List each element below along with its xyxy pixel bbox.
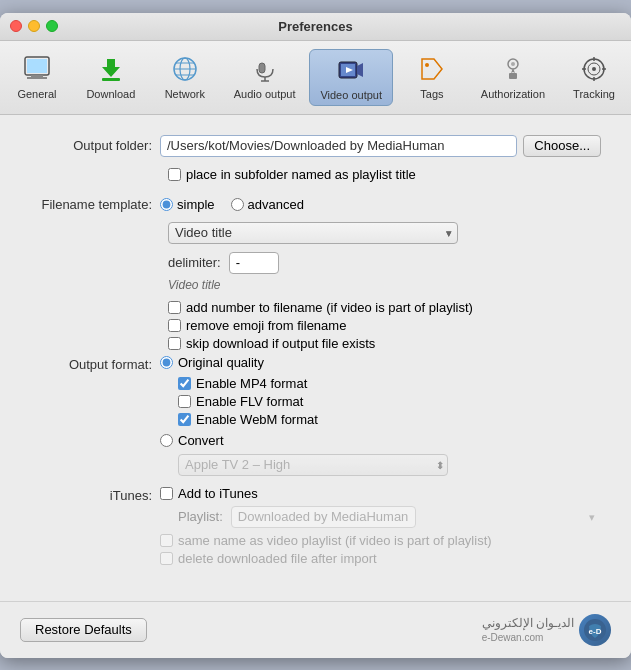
flv-label: Enable FLV format (196, 394, 303, 409)
skip-download-checkbox[interactable] (168, 337, 181, 350)
svg-rect-2 (27, 77, 47, 79)
video-icon (335, 54, 367, 86)
minimize-button[interactable] (28, 20, 40, 32)
svg-rect-3 (27, 59, 47, 73)
itunes-row: iTunes: Add to iTunes Playlist: Download… (30, 486, 601, 571)
toolbar-item-authorization[interactable]: Authorization (471, 49, 555, 106)
toolbar-item-general[interactable]: General (2, 49, 72, 106)
convert-select-row: Apple TV 2 – High ⬍ (178, 454, 601, 476)
simple-radio[interactable] (160, 198, 173, 211)
svg-marker-15 (357, 63, 363, 77)
flv-row[interactable]: Enable FLV format (178, 394, 601, 409)
add-itunes-row[interactable]: Add to iTunes (160, 486, 601, 501)
filename-template-row: Filename template: simple advanced (30, 197, 601, 212)
add-itunes-label: Add to iTunes (178, 486, 258, 501)
close-button[interactable] (10, 20, 22, 32)
original-quality-option: Original quality (160, 355, 601, 370)
apple-tv-select[interactable]: Apple TV 2 – High (178, 454, 448, 476)
audio-icon (249, 53, 281, 85)
output-folder-label: Output folder: (30, 138, 160, 153)
svg-point-21 (511, 62, 515, 66)
svg-text:e-D: e-D (589, 627, 602, 636)
playlist-row: Playlist: Downloaded by MediaHuman ▾ (178, 506, 601, 528)
advanced-radio[interactable] (231, 198, 244, 211)
delete-downloaded-label: delete downloaded file after import (178, 551, 377, 566)
same-name-checkbox[interactable] (160, 534, 173, 547)
playlist-select[interactable]: Downloaded by MediaHuman (231, 506, 416, 528)
delete-downloaded-checkbox[interactable] (160, 552, 173, 565)
skip-download-row[interactable]: skip download if output file exists (168, 336, 601, 351)
watermark-logo: e-D (579, 614, 611, 646)
template-select-row: Video title ▾ (168, 222, 601, 244)
webm-row[interactable]: Enable WebM format (178, 412, 601, 427)
original-quality-radio[interactable] (160, 356, 173, 369)
toolbar-label-network: Network (165, 88, 205, 100)
titlebar: Preferences (0, 13, 631, 41)
delimiter-row: delimiter: (168, 252, 601, 274)
output-format-label: Output format: (30, 355, 160, 372)
skip-download-label: skip download if output file exists (186, 336, 375, 351)
svg-point-18 (425, 63, 429, 67)
folder-path-input[interactable] (160, 135, 517, 157)
output-folder-row: Output folder: Choose... (30, 135, 601, 157)
convert-radio[interactable] (160, 434, 173, 447)
add-number-label: add number to filename (if video is part… (186, 300, 473, 315)
toolbar: General Download Network (0, 41, 631, 115)
same-name-row[interactable]: same name as video playlist (if video is… (160, 533, 601, 548)
template-select[interactable]: Video title (168, 222, 458, 244)
apple-tv-select-wrapper: Apple TV 2 – High ⬍ (178, 454, 448, 476)
general-icon (21, 53, 53, 85)
toolbar-item-network[interactable]: Network (150, 49, 220, 106)
tracking-icon (578, 53, 610, 85)
itunes-content: Add to iTunes Playlist: Downloaded by Me… (160, 486, 601, 571)
toolbar-item-download[interactable]: Download (76, 49, 146, 106)
advanced-option[interactable]: advanced (231, 197, 304, 212)
playlist-label: Playlist: (178, 509, 223, 524)
restore-defaults-button[interactable]: Restore Defaults (20, 618, 147, 642)
tags-icon (416, 53, 448, 85)
add-itunes-checkbox[interactable] (160, 487, 173, 500)
toolbar-label-tracking: Tracking (573, 88, 615, 100)
preferences-window: Preferences General Download (0, 13, 631, 658)
authorization-icon (497, 53, 529, 85)
remove-emoji-row[interactable]: remove emoji from filename (168, 318, 601, 333)
choose-button[interactable]: Choose... (523, 135, 601, 157)
svg-point-28 (592, 67, 596, 71)
simple-option[interactable]: simple (160, 197, 215, 212)
webm-checkbox[interactable] (178, 413, 191, 426)
toolbar-item-audio[interactable]: Audio output (224, 49, 306, 106)
output-format-row: Output format: Original quality Enable M… (30, 355, 601, 476)
convert-label: Convert (178, 433, 224, 448)
add-number-row[interactable]: add number to filename (if video is part… (168, 300, 601, 315)
toolbar-label-tags: Tags (420, 88, 443, 100)
delimiter-input[interactable] (229, 252, 279, 274)
watermark-text: الديـوان الإلكتروني e-Dewan.com (482, 616, 574, 644)
mp4-row[interactable]: Enable MP4 format (178, 376, 601, 391)
output-folder-controls: Choose... (160, 135, 601, 157)
template-select-wrapper: Video title ▾ (168, 222, 458, 244)
toolbar-item-video[interactable]: Video output (309, 49, 393, 106)
mp4-checkbox[interactable] (178, 377, 191, 390)
delimiter-label: delimiter: (168, 255, 221, 270)
template-radio-group: simple advanced (160, 197, 304, 212)
flv-checkbox[interactable] (178, 395, 191, 408)
toolbar-item-tags[interactable]: Tags (397, 49, 467, 106)
subfolder-checkbox[interactable] (168, 168, 181, 181)
remove-emoji-label: remove emoji from filename (186, 318, 346, 333)
svg-rect-20 (509, 73, 517, 79)
remove-emoji-checkbox[interactable] (168, 319, 181, 332)
delete-downloaded-row[interactable]: delete downloaded file after import (160, 551, 601, 566)
maximize-button[interactable] (46, 20, 58, 32)
itunes-label: iTunes: (30, 486, 160, 503)
filename-template-label: Filename template: (30, 197, 160, 212)
toolbar-label-general: General (17, 88, 56, 100)
hint-text: Video title (168, 278, 601, 292)
network-icon (169, 53, 201, 85)
content-area: Output folder: Choose... place in subfol… (0, 115, 631, 601)
output-format-content: Original quality Enable MP4 format Enabl… (160, 355, 601, 476)
add-number-checkbox[interactable] (168, 301, 181, 314)
toolbar-label-download: Download (86, 88, 135, 100)
subfolder-label[interactable]: place in subfolder named as playlist tit… (168, 167, 416, 182)
toolbar-item-tracking[interactable]: Tracking (559, 49, 629, 106)
webm-label: Enable WebM format (196, 412, 318, 427)
